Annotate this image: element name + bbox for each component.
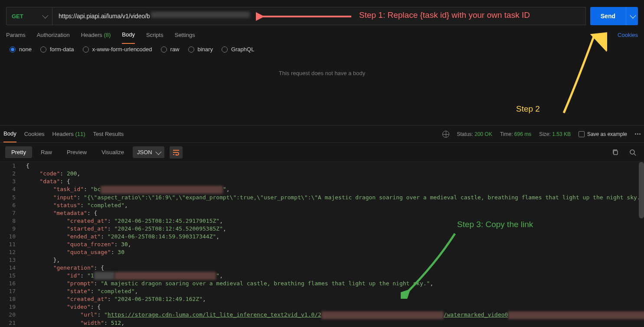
tab-authorization[interactable]: Authorization xyxy=(37,26,70,43)
code-line: 9 "started_at": "2024-06-25T08:12:45.520… xyxy=(0,225,644,233)
tab-params[interactable]: Params xyxy=(6,26,26,43)
code-line: 12 "quota_usage": 30 xyxy=(0,248,644,256)
wrap-lines-button[interactable] xyxy=(170,146,183,159)
chevron-down-icon xyxy=(155,149,161,155)
globe-icon[interactable] xyxy=(442,131,449,138)
url-redacted-segment xyxy=(151,12,250,18)
body-type-selector: none form-data x-www-form-urlencoded raw… xyxy=(0,44,644,57)
view-raw[interactable]: Raw xyxy=(35,146,58,158)
code-line: 7 "metadata": { xyxy=(0,209,644,217)
annotation-arrow-yellow xyxy=(559,30,607,117)
radio-binary[interactable]: binary xyxy=(188,46,213,53)
code-line: 2 "code": 200, xyxy=(0,170,644,178)
annotation-arrow-red xyxy=(256,10,351,23)
svg-rect-0 xyxy=(614,151,618,155)
annotation-step2: Step 2 xyxy=(516,104,540,114)
search-icon[interactable] xyxy=(627,146,639,159)
format-select[interactable]: JSON xyxy=(133,146,164,158)
code-line: 19 "video": { xyxy=(0,303,644,311)
code-line: 4 "task_id": "bcxxxxxxxxxxxxxxxxxxxxxxxx… xyxy=(0,185,644,194)
tab-scripts[interactable]: Scripts xyxy=(146,26,163,43)
annotation-step1: Step 1: Replace {task id} with your own … xyxy=(359,10,530,20)
response-tab-cookies[interactable]: Cookies xyxy=(24,126,45,142)
code-line: 13 }, xyxy=(0,256,644,264)
code-line: 21 "width": 512, xyxy=(0,319,644,327)
annotation-arrow-green xyxy=(401,229,457,299)
chevron-down-icon xyxy=(630,13,636,19)
code-line: 15 "id": "1xxxxxxxxxxxxxxxxxxxxxxxxxxxxx… xyxy=(0,272,644,280)
send-button[interactable]: Send xyxy=(590,7,626,25)
code-line: 14 "generation": { xyxy=(0,264,644,272)
method-value: GET xyxy=(12,13,23,20)
tab-headers[interactable]: Headers (8) xyxy=(81,26,111,43)
response-panel: Body Cookies Headers (11) Test Results S… xyxy=(0,125,644,327)
response-tab-test-results[interactable]: Test Results xyxy=(93,126,124,142)
radio-none[interactable]: none xyxy=(10,46,32,53)
radio-icon xyxy=(83,46,89,53)
code-line: 16 "prompt": "A majestic dragon soaring … xyxy=(0,280,644,287)
response-meta: Status: 200 OK Time: 696 ms Size: 1.53 K… xyxy=(442,131,641,138)
code-line: 6 "status": "completed", xyxy=(0,201,644,209)
send-dropdown[interactable] xyxy=(626,7,638,25)
radio-icon xyxy=(161,46,167,53)
scrollbar[interactable] xyxy=(639,162,644,218)
cookies-link[interactable]: Cookies xyxy=(618,32,638,38)
view-pretty[interactable]: Pretty xyxy=(5,146,32,158)
annotation-step3: Step 3: Copy the link xyxy=(457,220,533,229)
tab-body[interactable]: Body xyxy=(122,26,135,44)
code-line: 18 "created_at": "2024-06-25T08:12:49.16… xyxy=(0,295,644,303)
radio-icon xyxy=(222,46,228,53)
code-line: 5 "input": "{\"aspect_ratio\":\"16:9\",\… xyxy=(0,194,644,201)
code-line: 20 "url": "https://storage.cdn-luma.com/… xyxy=(0,311,644,319)
method-select[interactable]: GET xyxy=(6,7,52,25)
response-tab-body[interactable]: Body xyxy=(3,126,16,142)
svg-point-1 xyxy=(630,150,634,154)
code-line: 17 "state": "completed", xyxy=(0,287,644,295)
copy-icon[interactable] xyxy=(609,146,621,159)
radio-raw[interactable]: raw xyxy=(161,46,180,53)
code-line: 1{ xyxy=(0,162,644,170)
view-visualize[interactable]: Visualize xyxy=(95,146,130,158)
save-as-example-button[interactable]: Save as example xyxy=(579,131,627,137)
save-icon xyxy=(579,131,585,137)
code-line: 10 "ended_at": "2024-06-25T08:14:59.5903… xyxy=(0,233,644,241)
view-preview[interactable]: Preview xyxy=(61,146,93,158)
radio-icon xyxy=(40,46,46,53)
radio-icon xyxy=(10,46,16,53)
tab-settings[interactable]: Settings xyxy=(175,26,195,43)
chevron-down-icon xyxy=(42,13,48,19)
code-line: 11 "quota_frozen": 30, xyxy=(0,241,644,248)
response-tab-headers[interactable]: Headers (11) xyxy=(52,126,85,142)
code-line: 3 "data": { xyxy=(0,178,644,185)
radio-form-data[interactable]: form-data xyxy=(40,46,74,53)
more-options-icon[interactable] xyxy=(635,133,641,135)
no-body-message: This request does not have a body xyxy=(0,57,644,76)
code-line: 8 "created_at": "2024-06-25T08:12:45.291… xyxy=(0,217,644,225)
radio-graphql[interactable]: GraphQL xyxy=(222,46,254,53)
radio-icon xyxy=(188,46,194,53)
response-body-viewer[interactable]: 1{2 "code": 200,3 "data": {4 "task_id": … xyxy=(0,162,644,327)
radio-x-www-form-urlencoded[interactable]: x-www-form-urlencoded xyxy=(83,46,152,53)
request-tabs: Params Authorization Headers (8) Body Sc… xyxy=(0,25,644,44)
